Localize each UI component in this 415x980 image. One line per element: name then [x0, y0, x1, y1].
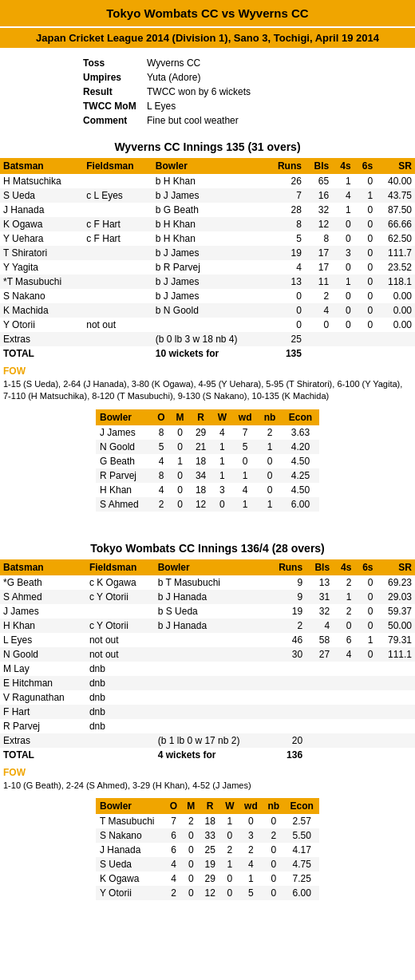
extras-row: Extras(b 0 lb 3 w 18 nb 4)25: [0, 332, 415, 346]
innings-2-fow: FOW 1-10 (G Beath), 2-24 (S Ahmed), 3-29…: [3, 767, 412, 792]
bowl2-col-econ: Econ: [284, 798, 319, 814]
innings-1-title: Wyverns CC Innings 135 (31 overs): [0, 136, 415, 158]
col-runs2: Runs: [267, 559, 306, 575]
toss-label: Toss: [80, 56, 144, 70]
table-row: S Nakano60330325.50: [96, 828, 319, 843]
table-row: V Ragunathandnb: [0, 690, 415, 705]
bowl-col-econ: Econ: [282, 409, 319, 425]
table-row: K Ogawa40290107.25: [96, 871, 319, 886]
table-row: E Hitchmandnb: [0, 676, 415, 690]
mom-label: TWCC MoM: [80, 99, 144, 113]
result-label: Result: [80, 85, 144, 99]
table-row: G Beath41181004.50: [96, 454, 319, 468]
table-row: Y Ueharac F Hartb H Khan580062.50: [0, 231, 415, 246]
innings-1: Wyverns CC Innings 135 (31 overs) Batsma…: [0, 136, 415, 512]
table-row: S Nakanob J James02000.00: [0, 289, 415, 303]
table-row: *T Masubuchib J James131110118.1: [0, 275, 415, 289]
bowl2-col-wd: wd: [239, 798, 263, 814]
bowl-col-wd: wd: [232, 409, 258, 425]
col-bowler: Bowler: [152, 158, 266, 174]
col-sr2: SR: [377, 559, 415, 575]
table-row: R Parvej80341104.25: [96, 468, 319, 483]
mom-value: L Eyes: [144, 99, 335, 113]
table-row: K Machidab N Goold04000.00: [0, 303, 415, 318]
bowl2-col-m: M: [182, 798, 200, 814]
subtitle-bar: Japan Cricket League 2014 (Division 1), …: [0, 28, 415, 48]
page-title: Tokyo Wombats CC vs Wyverns CC: [0, 0, 415, 26]
col-runs: Runs: [266, 158, 305, 174]
table-row: T Masubuchi72181002.57: [96, 814, 319, 828]
table-row: R Parvejdnb: [0, 719, 415, 733]
table-row: H Khanc Y Otoriib J Hanada240050.00: [0, 618, 415, 633]
match-info: Toss Wyverns CC Umpires Yuta (Adore) Res…: [80, 56, 335, 128]
bowl-col-nb: nb: [258, 409, 282, 425]
comment-label: Comment: [80, 113, 144, 128]
table-row: T Shiratorib J James191730111.7: [0, 246, 415, 260]
fow-label-2: FOW: [3, 767, 412, 778]
col-4s2: 4s: [333, 559, 354, 575]
table-row: L Eyesnot out46586179.31: [0, 633, 415, 647]
table-row: S Uedac L Eyesb J James7164143.75: [0, 188, 415, 203]
umpires-label: Umpires: [80, 70, 144, 85]
bowl-col-w: W: [212, 409, 233, 425]
table-row: J Hanadab G Beath28321087.50: [0, 203, 415, 217]
bowl2-col-o: O: [165, 798, 182, 814]
col-6s2: 6s: [354, 559, 376, 575]
table-row: M Laydnb: [0, 662, 415, 676]
innings-2-bowling-wrap: Bowler O M R W wd nb Econ T Masubuchi721…: [96, 798, 319, 900]
col-4s: 4s: [332, 158, 354, 174]
innings-2: Tokyo Wombats CC Innings 136/4 (28 overs…: [0, 537, 415, 900]
table-row: N Goold50211514.20: [96, 440, 319, 454]
innings-1-batting-table: Batsman Fieldsman Bowler Runs Bls 4s 6s …: [0, 158, 415, 361]
col-sr: SR: [376, 158, 415, 174]
table-row: S Ueda40191404.75: [96, 857, 319, 871]
innings-1-fow: FOW 1-15 (S Ueda), 2-64 (J Hanada), 3-80…: [3, 366, 412, 403]
bowl2-col-nb: nb: [263, 798, 284, 814]
toss-value: Wyverns CC: [144, 56, 335, 70]
col-fieldsman2: Fieldsman: [86, 559, 155, 575]
innings-2-title: Tokyo Wombats CC Innings 136/4 (28 overs…: [0, 537, 415, 559]
bowl-col-m: M: [171, 409, 190, 425]
innings-2-batting-table: Batsman Fieldsman Bowler Runs Bls 4s 6s …: [0, 559, 415, 762]
total-row: TOTAL4 wickets for136: [0, 748, 415, 762]
innings-2-bowling-table: Bowler O M R W wd nb Econ T Masubuchi721…: [96, 798, 319, 900]
col-batsman2: Batsman: [0, 559, 86, 575]
fow-label-1: FOW: [3, 366, 412, 377]
table-row: *G Beathc K Ogawab T Masubuchi9132069.23: [0, 575, 415, 590]
result-value: TWCC won by 6 wickets: [144, 85, 335, 99]
col-bls: Bls: [305, 158, 332, 174]
comment-value: Fine but cool weather: [144, 113, 335, 128]
innings-1-bowling-table: Bowler O M R W wd nb Econ J James8029472…: [96, 409, 319, 512]
col-fieldsman: Fieldsman: [83, 158, 152, 174]
table-row: J James80294723.63: [96, 425, 319, 440]
table-row: Y Yagitab R Parvej4170023.52: [0, 260, 415, 275]
table-row: F Hartdnb: [0, 705, 415, 719]
bowl-col-name: Bowler: [96, 409, 152, 425]
bowl-col-o: O: [152, 409, 170, 425]
bowl2-col-name: Bowler: [96, 798, 165, 814]
col-batsman: Batsman: [0, 158, 83, 174]
total-row: TOTAL10 wickets for135: [0, 346, 415, 361]
table-row: S Ahmedc Y Otoriib J Hanada9311029.03: [0, 590, 415, 604]
col-bls2: Bls: [306, 559, 333, 575]
fow-text-2: 1-10 (G Beath), 2-24 (S Ahmed), 3-29 (H …: [3, 780, 412, 792]
col-6s: 6s: [354, 158, 376, 174]
table-row: J Hanada60252204.17: [96, 843, 319, 857]
table-row: N Gooldnot out302740111.1: [0, 647, 415, 662]
bowl2-col-w: W: [220, 798, 239, 814]
bowl2-col-r: R: [200, 798, 220, 814]
umpires-value: Yuta (Adore): [144, 70, 335, 85]
table-row: H Matsuchikab H Khan26651040.00: [0, 174, 415, 188]
innings-1-bowling-wrap: Bowler O M R W wd nb Econ J James8029472…: [96, 409, 319, 512]
table-row: K Ogawac F Hartb H Khan8120066.66: [0, 217, 415, 231]
table-row: H Khan40183404.50: [96, 483, 319, 497]
table-row: Y Otorii20120506.00: [96, 886, 319, 900]
table-row: J Jamesb S Ueda19322059.37: [0, 604, 415, 618]
col-bowler2: Bowler: [155, 559, 267, 575]
table-row: S Ahmed20120116.00: [96, 497, 319, 512]
bowl-col-r: R: [190, 409, 212, 425]
fow-text-1: 1-15 (S Ueda), 2-64 (J Hanada), 3-80 (K …: [3, 378, 412, 403]
table-row: Y Otoriinot out00000.00: [0, 318, 415, 332]
extras-row: Extras(b 1 lb 0 w 17 nb 2)20: [0, 733, 415, 748]
